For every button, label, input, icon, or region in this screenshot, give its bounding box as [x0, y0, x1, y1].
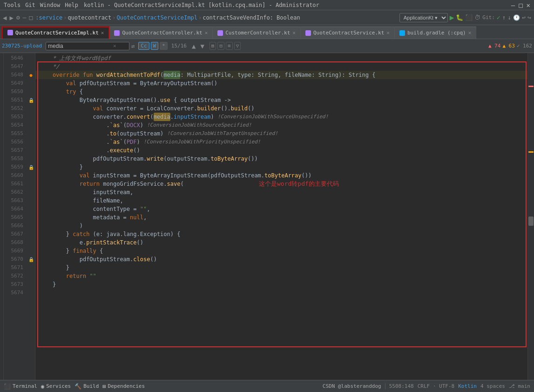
restore-icon[interactable]: □ — [29, 14, 33, 21]
vertical-scrollbar[interactable] — [527, 53, 534, 380]
redo-icon[interactable]: ↪ — [527, 14, 531, 21]
undo-icon[interactable]: ↩ — [522, 14, 526, 21]
line-num-5674: 5674 — [4, 289, 23, 297]
search-count: 15/16 — [169, 43, 189, 49]
bookmark-5659: 🔒 — [28, 165, 34, 170]
dependencies-button[interactable]: ⊞ Dependencies — [102, 383, 145, 390]
code-line-5654: .`as`(DOCX) !ConversionJobWithSourceSpec… — [35, 121, 534, 129]
clock-icon: 🕐 — [513, 14, 520, 21]
debug-button[interactable]: 🐛 — [456, 14, 463, 21]
tab-close-5[interactable]: ✕ — [468, 30, 472, 36]
tab-label-2: QuoteContractController.kt — [122, 30, 202, 36]
tab-close-4[interactable]: ✕ — [386, 30, 390, 36]
profile-button[interactable]: ⏱ — [474, 14, 480, 21]
tab-icon-5 — [399, 30, 405, 36]
expand-replace-icon[interactable]: ⇄ — [131, 43, 135, 49]
line-num-5651: 5651 — [4, 96, 23, 104]
run-config-select[interactable]: ApplicationKt ▾ — [399, 13, 448, 22]
line-num-5658: 5658 — [4, 155, 23, 163]
build-button[interactable]: 🔨 Build — [74, 383, 99, 390]
menu-help[interactable]: Help — [65, 2, 78, 8]
terminal-label: Terminal — [13, 383, 37, 389]
window-controls[interactable]: — □ ✕ — [511, 1, 530, 9]
run-button[interactable]: ▶ — [450, 13, 454, 22]
code-line-5648: override fun wordAttachmentToPdf(media: … — [35, 71, 534, 79]
case-sensitive-toggle[interactable]: Cc — [138, 42, 149, 50]
line-num-5647: 5647 — [4, 62, 23, 71]
tab-customer-controller[interactable]: CustomerController.kt ✕ — [213, 27, 301, 39]
dependencies-label: Dependencies — [108, 383, 145, 389]
word-match-toggle[interactable]: W — [151, 42, 159, 50]
code-line-5671: } — [35, 264, 534, 272]
regex-toggle[interactable]: * — [160, 42, 168, 50]
search-prev-icon[interactable]: ▲ — [190, 42, 197, 50]
bookmark-5651: 🔒 — [28, 98, 34, 103]
search-filter-icon[interactable]: ▽ — [234, 42, 241, 50]
minimize-panel-icon[interactable]: – — [23, 14, 27, 21]
git-check-icon[interactable]: ✓ — [497, 14, 500, 21]
tab-label-5: build.gradle (:cpq) — [407, 30, 466, 36]
build-icon: 🔨 — [74, 383, 81, 390]
search-scope-icon[interactable]: ⊞ — [210, 42, 216, 50]
breadcrumb-method[interactable]: contractSaveVendInfo: Boolean — [203, 14, 300, 21]
code-line-5672: return "" — [35, 272, 534, 280]
menu-bar[interactable]: Tools Git Window Help — [4, 2, 78, 8]
tab-close-active[interactable]: ✕ — [101, 30, 104, 36]
dependencies-icon: ⊞ — [102, 383, 106, 390]
search-clear-icon[interactable]: ✕ — [113, 43, 116, 49]
menu-tools[interactable]: Tools — [4, 2, 20, 8]
code-line-5653: converter.convert(media.inputStream) !Co… — [35, 113, 534, 121]
services-button[interactable]: ◉ Services — [41, 383, 71, 390]
tab-build-gradle[interactable]: build.gradle (:cpq) ✕ — [395, 27, 476, 39]
line-num-5657: 5657 — [4, 146, 23, 155]
line-num-5646: 5646 — [4, 54, 23, 62]
code-line-5651: ByteArrayOutputStream().use { outputStre… — [35, 96, 534, 104]
breadcrumb-service[interactable]: :service — [35, 14, 62, 21]
code-line-5673: } — [35, 280, 534, 289]
coverage-button[interactable]: ⬛ — [465, 14, 473, 21]
code-line-5647: */ — [35, 62, 534, 71]
git-pull-icon[interactable]: ↓ — [508, 14, 512, 21]
search-input[interactable] — [48, 43, 113, 49]
nav-forward-icon[interactable]: ▶ — [9, 14, 13, 21]
code-line-5674 — [35, 289, 534, 297]
tab-quote-contract-service-impl[interactable]: QuoteContractServiceImpl.kt ✕ — [2, 27, 109, 39]
code-line-5661: return mongoGridFsService.save( 这个是word转… — [35, 180, 534, 188]
search-next-icon[interactable]: ▼ — [199, 42, 205, 50]
filetype-info: Kotlin — [458, 383, 477, 389]
menu-git[interactable]: Git — [25, 2, 35, 8]
search-in-icon[interactable]: ⊟ — [217, 42, 224, 50]
tab-label-3: CustomerController.kt — [225, 30, 290, 36]
nav-back-icon[interactable]: ◀ — [3, 14, 7, 21]
code-line-5655: .to(outputStream) !ConversionJobWithTarg… — [35, 129, 534, 138]
search-options: Cc W * — [138, 42, 168, 50]
maximize-button[interactable]: □ — [519, 1, 522, 9]
status-bar: ⬛ Terminal ◉ Services 🔨 Build ⊞ Dependen… — [0, 380, 534, 392]
tab-quote-contract-controller[interactable]: QuoteContractController.kt ✕ — [109, 27, 213, 39]
chinese-annotation: 这个是word转pdf的主要代码 — [259, 180, 339, 188]
minimize-button[interactable]: — — [511, 1, 515, 9]
scroll-thumb[interactable] — [528, 216, 534, 226]
terminal-button[interactable]: ⬛ Terminal — [4, 383, 37, 390]
code-line-5664: contentType = "", — [35, 205, 534, 213]
code-line-5657: .execute() — [35, 146, 534, 155]
menu-window[interactable]: Window — [40, 2, 60, 8]
bookmark-5670: 🔒 — [28, 257, 34, 262]
title-bar: Tools Git Window Help kotlin - QuoteCont… — [0, 0, 534, 10]
line-num-5648: 5648 — [4, 71, 23, 79]
services-icon: ◉ — [41, 383, 44, 390]
tab-close-3[interactable]: ✕ — [292, 30, 296, 36]
git-push-icon[interactable]: ↑ — [502, 14, 506, 21]
settings-icon[interactable]: ⚙ — [16, 14, 20, 21]
line-num-5655: 5655 — [4, 129, 23, 138]
code-editor[interactable]: * 上传文件word转pdf */ override fun wordAttac… — [35, 53, 534, 380]
breadcrumb-impl[interactable]: QuoteContractServiceImpl — [117, 14, 197, 21]
search-pin-icon[interactable]: ≡ — [226, 42, 233, 50]
breadcrumb-quotecontract[interactable]: quotecontract — [68, 14, 111, 21]
tab-quote-contract-service[interactable]: QuoteContractService.kt ✕ — [301, 27, 395, 39]
close-button[interactable]: ✕ — [527, 1, 530, 9]
tab-close-2[interactable]: ✕ — [205, 30, 208, 36]
line-numbers: 5646 5647 5648 5649 5650 5651 5652 5653 … — [4, 53, 27, 380]
line-num-5666: 5666 — [4, 222, 23, 230]
line-num-5672: 5672 — [4, 272, 23, 280]
